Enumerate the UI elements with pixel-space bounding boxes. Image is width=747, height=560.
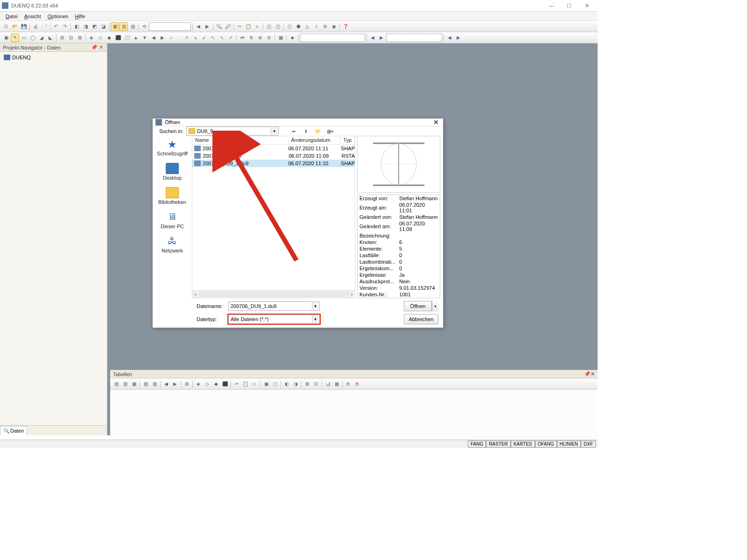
menu-datei[interactable]: Datei	[3, 13, 21, 20]
tbtn2-z[interactable]: ⇄	[238, 34, 247, 42]
tbtn-k[interactable]: 🔍	[215, 22, 223, 31]
back-button[interactable]: ⬅	[289, 126, 298, 136]
tbtn-d[interactable]: ◪	[99, 22, 107, 31]
tbtn-v[interactable]: ⚙	[321, 22, 329, 31]
tt-f[interactable]: ◀	[162, 380, 170, 388]
tbtn2-aa[interactable]: ⇅	[247, 34, 255, 42]
tbtn-s[interactable]: ⬢	[294, 22, 303, 31]
menu-ansicht[interactable]: Ansicht	[21, 13, 44, 20]
status-hlinien[interactable]: HLINIEN	[557, 441, 581, 448]
tbtn2-a[interactable]: ▣	[2, 34, 10, 42]
menu-hilfe[interactable]: Hilfe	[72, 13, 88, 20]
tbtn2-c[interactable]: ▭	[20, 34, 28, 42]
tt-e[interactable]: ▨	[150, 380, 159, 388]
tbtn-b[interactable]: ◨	[81, 22, 90, 31]
tbtn-l[interactable]: 🔎	[224, 22, 232, 31]
tt-g[interactable]: ▶	[171, 380, 179, 388]
file-row[interactable]: 200706_DU9_1.du9 06.07.2020 11:10 SHAP	[192, 160, 355, 167]
tt-o[interactable]: ⎌	[250, 380, 259, 388]
col-type[interactable]: Typ	[340, 136, 355, 144]
tbtn2-g[interactable]: ⊞	[58, 34, 66, 42]
tt-p[interactable]: ▣	[262, 380, 270, 388]
tbtn2-x[interactable]: ⤡	[218, 34, 226, 42]
tbtn-redo[interactable]: ↷	[61, 22, 69, 31]
tt-b[interactable]: ▥	[121, 380, 129, 388]
tbtn2-r[interactable]: ▶	[158, 34, 167, 42]
navigator-root[interactable]: DUENQ	[2, 54, 105, 61]
tbtn2-f[interactable]: ◣	[46, 34, 55, 42]
tbtn-p[interactable]: ◫	[265, 22, 273, 31]
sidebar-desktop[interactable]: Desktop	[156, 163, 189, 181]
tt-d[interactable]: ▧	[141, 380, 150, 388]
tbtn-x[interactable]: ❓	[341, 22, 350, 31]
toolbar-combo-3[interactable]	[386, 34, 442, 42]
tbtn-c[interactable]: ◩	[90, 22, 99, 31]
tt-t[interactable]: ⊠	[303, 380, 311, 388]
filetype-combo[interactable]: Alle Dateien (*.*) ▼	[228, 315, 320, 324]
tbtn2-n[interactable]: ⬜	[123, 34, 131, 42]
chevron-down-icon[interactable]: ▼	[271, 127, 277, 135]
tbtn2-ai[interactable]: ▶	[454, 34, 463, 42]
tt-v[interactable]: 📊	[324, 380, 332, 388]
tbtn2-l[interactable]: ◆	[105, 34, 113, 42]
tbtn2-ae[interactable]: ■	[288, 34, 296, 42]
tbtn2-e[interactable]: ◢	[37, 34, 46, 42]
tt-fx2[interactable]: fx	[353, 380, 361, 388]
open-button[interactable]: Öffnen	[404, 301, 432, 311]
navigator-close[interactable]: ✕	[98, 44, 104, 50]
tt-m[interactable]: ✂	[233, 380, 241, 388]
navigator-tab-daten[interactable]: 🔍 Daten	[0, 426, 27, 435]
tt-h[interactable]: ⊞	[183, 380, 191, 388]
tbtn-print2[interactable]: 📄	[40, 22, 49, 31]
tt-fx[interactable]: fx	[344, 380, 352, 388]
tt-s[interactable]: ◑	[291, 380, 300, 388]
tt-u[interactable]: ⊡	[312, 380, 320, 388]
tbtn2-m[interactable]: ⬛	[114, 34, 122, 42]
dialog-close[interactable]: ✕	[432, 119, 440, 126]
folder-combo[interactable]: DU8_9 ▼	[186, 126, 279, 136]
tbtn-open[interactable]: 📂	[11, 22, 19, 31]
close-button[interactable]: ✕	[578, 0, 596, 11]
sidebar-pc[interactable]: 🖥 Dieser PC	[156, 211, 189, 229]
tbtn-u[interactable]: ☓	[312, 22, 320, 31]
tbtn-new[interactable]: 🗋	[2, 22, 10, 31]
filename-input[interactable]: 200706_DU9_1.du9 ▼	[228, 301, 320, 311]
tbtn2-b[interactable]: ✎	[11, 34, 19, 42]
tbtn2-y[interactable]: ⤢	[226, 34, 235, 42]
tbtn2-j[interactable]: ◈	[87, 34, 96, 42]
chevron-down-icon[interactable]: ▼	[312, 315, 318, 323]
status-kartes[interactable]: KARTES	[511, 441, 535, 448]
tbtn-i[interactable]: ◀	[194, 22, 203, 31]
tbtn-r[interactable]: ⬡	[285, 22, 294, 31]
tt-k[interactable]: ◆	[212, 380, 220, 388]
tbtn-a[interactable]: ◧	[72, 22, 81, 31]
tt-w[interactable]: ▦	[332, 380, 341, 388]
sidebar-libraries[interactable]: Bibliotheken	[156, 187, 189, 205]
tables-close[interactable]: ✕	[591, 371, 595, 377]
tbtn2-q[interactable]: ◀	[149, 34, 158, 42]
file-row[interactable]: 200706_DU8_1.du8 06.07.2020 11:11 SHAP	[192, 145, 355, 152]
tbtn-f[interactable]: ▥	[120, 22, 128, 31]
tt-i[interactable]: ◈	[194, 380, 203, 388]
minimize-button[interactable]: —	[543, 0, 560, 11]
tbtn-print[interactable]: 🖨	[31, 22, 40, 31]
tbtn2-k[interactable]: ◇	[96, 34, 105, 42]
tbtn2-o[interactable]: ▲	[132, 34, 140, 42]
status-dxf[interactable]: DXF	[581, 441, 596, 448]
new-folder-button[interactable]: 📁	[313, 126, 323, 136]
chevron-down-icon[interactable]: ▼	[312, 302, 318, 310]
sidebar-quick[interactable]: ★ Schnellzugriff	[156, 139, 189, 156]
toolbar-combo-2[interactable]	[300, 34, 365, 42]
tbtn2-d[interactable]: ◯	[28, 34, 37, 42]
tbtn2-s[interactable]: ⟐	[167, 34, 176, 42]
status-raster[interactable]: RASTER	[486, 441, 511, 448]
views-button[interactable]: ▦▾	[325, 126, 335, 136]
tbtn-o[interactable]: ⎌	[253, 22, 261, 31]
tbtn-undo[interactable]: ↶	[52, 22, 60, 31]
tbtn2-i[interactable]: ⊠	[76, 34, 84, 42]
tbtn-save[interactable]: 💾	[20, 22, 28, 31]
tt-q[interactable]: ▢	[271, 380, 279, 388]
maximize-button[interactable]: ☐	[560, 0, 578, 11]
tbtn2-ah[interactable]: ◀	[445, 34, 454, 42]
cancel-button[interactable]: Abbrechen	[404, 314, 438, 324]
